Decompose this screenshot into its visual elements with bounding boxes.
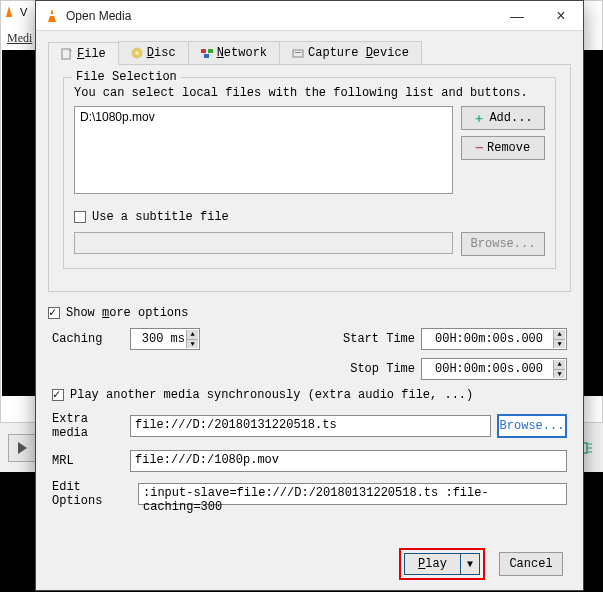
edit-options-input[interactable]: :input-slave=file:///D:/20180131220518.t… [138, 483, 567, 505]
show-more-options-label: Show more options [66, 306, 188, 320]
file-list[interactable]: D:\1080p.mov [74, 106, 453, 194]
tab-capture[interactable]: Capture Device [279, 41, 422, 64]
mrl-input[interactable]: file:///D:/1080p.mov [130, 450, 567, 472]
spin-up-icon[interactable]: ▲ [186, 330, 198, 340]
play-sync-label: Play another media synchronously (extra … [70, 388, 473, 402]
play-sync-checkbox[interactable] [52, 389, 64, 401]
network-icon [201, 47, 213, 59]
dialog-buttons: Play ▼ Cancel [48, 538, 571, 590]
stop-time-label: Stop Time [350, 362, 415, 376]
tab-panel-file: File Selection You can select local file… [48, 65, 571, 292]
caching-label: Caching [52, 332, 124, 346]
dialog-titlebar: Open Media — × [36, 1, 583, 31]
add-button[interactable]: ＋ Add... [461, 106, 545, 130]
bg-play-button[interactable] [8, 434, 36, 462]
minus-icon: — [476, 141, 483, 155]
caching-spinner[interactable]: 300 ms ▲▼ [130, 328, 200, 350]
file-selection-fieldset: File Selection You can select local file… [63, 77, 556, 269]
subtitle-browse-button: Browse... [461, 232, 545, 256]
svg-rect-11 [201, 49, 206, 53]
vlc-cone-icon [44, 8, 60, 24]
file-list-item[interactable]: D:\1080p.mov [80, 110, 447, 124]
start-time-spinner[interactable]: 00H:00m:00s.000 ▲▼ [421, 328, 567, 350]
svg-rect-13 [204, 54, 209, 58]
edit-options-label: Edit Options [52, 480, 132, 508]
file-selection-desc: You can select local files with the foll… [74, 86, 545, 100]
spin-down-icon[interactable]: ▼ [186, 340, 198, 349]
open-media-dialog: Open Media — × File Disc Network Capture… [35, 0, 584, 591]
subtitle-checkbox-label: Use a subtitle file [92, 210, 229, 224]
play-dropdown-button[interactable]: ▼ [460, 553, 480, 575]
add-button-label: Add... [489, 111, 532, 125]
start-time-label: Start Time [343, 332, 415, 346]
extra-media-input[interactable]: file:///D:/20180131220518.ts [130, 415, 491, 437]
tab-file-label: ile [84, 47, 106, 61]
subtitle-checkbox[interactable] [74, 211, 86, 223]
spin-down-icon[interactable]: ▼ [553, 340, 565, 349]
disc-icon [131, 47, 143, 59]
advanced-options: Caching 300 ms ▲▼ Start Time 00H:00m:00s… [48, 328, 571, 516]
tab-file[interactable]: File [48, 42, 119, 65]
plus-icon: ＋ [473, 110, 485, 127]
tabs: File Disc Network Capture Device [48, 41, 571, 65]
play-button[interactable]: Play [404, 553, 460, 575]
spin-up-icon[interactable]: ▲ [553, 330, 565, 340]
caching-value: 300 ms [142, 332, 185, 346]
spin-up-icon[interactable]: ▲ [553, 360, 565, 370]
stop-time-spinner[interactable]: 00H:00m:00s.000 ▲▼ [421, 358, 567, 380]
dialog-title: Open Media [66, 9, 495, 23]
show-more-options-checkbox[interactable] [48, 307, 60, 319]
stop-time-value: 00H:00m:00s.000 [435, 362, 543, 376]
minimize-button[interactable]: — [495, 1, 539, 30]
remove-button-label: Remove [487, 141, 530, 155]
file-selection-legend: File Selection [72, 70, 181, 84]
tab-disc[interactable]: Disc [118, 41, 189, 64]
close-button[interactable]: × [539, 1, 583, 30]
bg-menu-text: Medi [7, 31, 32, 46]
play-button-highlight: Play ▼ [399, 548, 485, 580]
capture-icon [292, 47, 304, 59]
svg-point-10 [135, 52, 138, 55]
subtitle-path-input [74, 232, 453, 254]
spin-down-icon[interactable]: ▼ [553, 370, 565, 379]
svg-rect-15 [295, 52, 301, 53]
start-time-value: 00H:00m:00s.000 [435, 332, 543, 346]
remove-button[interactable]: — Remove [461, 136, 545, 160]
svg-rect-14 [293, 50, 303, 57]
file-icon [61, 48, 73, 60]
bg-title-text: V [20, 6, 27, 18]
cancel-button[interactable]: Cancel [499, 552, 563, 576]
vlc-cone-icon [2, 5, 16, 19]
tab-network[interactable]: Network [188, 41, 280, 64]
svg-rect-7 [62, 49, 70, 59]
svg-rect-12 [208, 49, 213, 53]
extra-media-label: Extra media [52, 412, 124, 440]
extra-browse-button[interactable]: Browse... [497, 414, 567, 438]
svg-rect-6 [49, 14, 55, 16]
play-icon [18, 442, 27, 454]
mrl-label: MRL [52, 454, 124, 468]
svg-marker-0 [6, 6, 12, 17]
